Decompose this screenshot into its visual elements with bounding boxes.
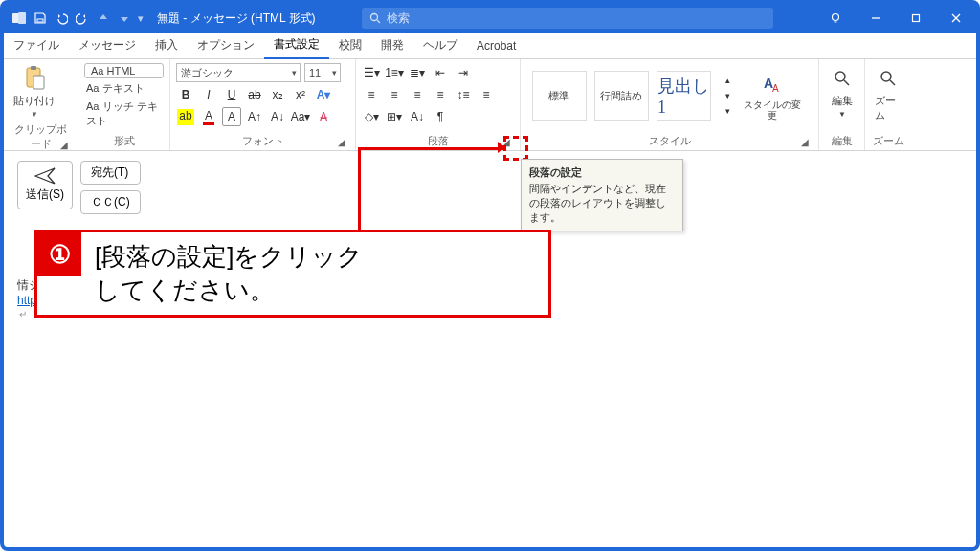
annotation-number: ① <box>37 232 81 276</box>
change-styles-button[interactable]: AA スタイルの変更 <box>738 69 807 122</box>
svg-rect-12 <box>31 66 36 70</box>
search-box[interactable]: 検索 <box>362 8 773 29</box>
tab-file[interactable]: ファイル <box>4 33 69 59</box>
svg-rect-13 <box>33 76 44 89</box>
show-marks-button[interactable]: ¶ <box>431 107 450 126</box>
align-left-button[interactable]: ≡ <box>362 85 381 104</box>
char-shading-button[interactable]: A <box>222 107 241 126</box>
highlight-button[interactable]: ab <box>176 107 195 126</box>
clipboard-launcher[interactable]: ◢ <box>58 139 70 150</box>
change-case-button[interactable]: Aa▾ <box>291 107 310 126</box>
styles-launcher[interactable]: ◢ <box>799 136 811 147</box>
paste-button[interactable]: 貼り付け ▼ <box>10 63 59 121</box>
distributed-button[interactable]: ≡ <box>477 85 496 104</box>
svg-rect-1 <box>18 12 26 24</box>
bold-button[interactable]: B <box>176 85 195 104</box>
tab-message[interactable]: メッセージ <box>69 33 145 59</box>
grow-font-button[interactable]: A↑ <box>245 107 264 126</box>
superscript-button[interactable]: x² <box>291 85 310 104</box>
clear-format-button[interactable]: A̶ <box>314 107 333 126</box>
justify-button[interactable]: ≡ <box>431 85 450 104</box>
send-icon <box>34 167 56 185</box>
line-spacing-button[interactable]: ↕≡ <box>454 85 473 104</box>
text-effects-button[interactable]: A▾ <box>314 85 333 104</box>
style-normal[interactable]: 標準 <box>532 71 587 121</box>
svg-rect-8 <box>913 15 920 22</box>
search-placeholder: 検索 <box>387 11 410 27</box>
zoom-icon <box>875 65 902 92</box>
style-heading1[interactable]: 見出し 1 <box>657 71 711 121</box>
maximize-button[interactable] <box>896 4 936 33</box>
svg-line-19 <box>890 80 895 85</box>
format-text-button[interactable]: Aa テキスト <box>84 80 164 97</box>
down-arrow-icon[interactable] <box>117 11 132 26</box>
sort-button[interactable]: A↓ <box>408 107 427 126</box>
gallery-more-icon[interactable]: ▾ <box>719 104 738 118</box>
font-launcher[interactable]: ◢ <box>336 136 347 147</box>
window-title: 無題 - メッセージ (HTML 形式) <box>157 11 316 27</box>
font-color-button[interactable]: A <box>199 107 218 126</box>
tab-acrobat[interactable]: Acrobat <box>467 33 525 59</box>
find-icon <box>829 65 856 92</box>
bullets-button[interactable]: ☰▾ <box>362 63 381 82</box>
numbering-button[interactable]: 1≡▾ <box>385 63 404 82</box>
font-size-select[interactable]: 11 <box>304 63 341 82</box>
multilevel-button[interactable]: ≣▾ <box>408 63 427 82</box>
tab-insert[interactable]: 挿入 <box>145 33 188 59</box>
qat-overflow[interactable]: ▾ <box>138 12 144 25</box>
align-right-button[interactable]: ≡ <box>408 85 427 104</box>
svg-text:A: A <box>772 83 779 94</box>
font-family-select[interactable]: 游ゴシック <box>176 63 301 82</box>
search-icon <box>369 12 381 24</box>
svg-rect-2 <box>37 19 43 22</box>
clipboard-icon <box>21 65 48 92</box>
format-rich-button[interactable]: Aa リッチ テキスト <box>84 99 164 129</box>
tab-options[interactable]: オプション <box>188 33 264 59</box>
underline-button[interactable]: U <box>222 85 241 104</box>
align-center-button[interactable]: ≡ <box>385 85 404 104</box>
ribbon: 貼り付け ▼ クリップボード◢ Aa HTML Aa テキスト Aa リッチ テ… <box>4 59 976 151</box>
style-nospace[interactable]: 行間詰め <box>594 71 649 121</box>
tab-developer[interactable]: 開発 <box>371 33 413 59</box>
inc-indent-button[interactable]: ⇥ <box>454 63 473 82</box>
up-arrow-icon[interactable] <box>96 11 111 26</box>
dec-indent-button[interactable]: ⇤ <box>431 63 450 82</box>
change-styles-icon: AA <box>759 71 786 98</box>
tab-format[interactable]: 書式設定 <box>264 33 329 59</box>
shrink-font-button[interactable]: A↓ <box>268 107 287 126</box>
cc-button[interactable]: ＣＣ(C) <box>80 190 141 214</box>
ribbon-tabs: ファイル メッセージ 挿入 オプション 書式設定 校閲 開発 ヘルプ Acrob… <box>4 33 976 59</box>
subscript-button[interactable]: x₂ <box>268 85 287 104</box>
callout-arrowhead <box>498 142 505 153</box>
title-bar: ▾ 無題 - メッセージ (HTML 形式) 検索 <box>4 4 976 33</box>
borders-button[interactable]: ⊞▾ <box>385 107 404 126</box>
zoom-button[interactable]: ズーム <box>871 63 905 124</box>
italic-button[interactable]: I <box>199 85 218 104</box>
highlight-marker <box>503 136 528 161</box>
editing-button[interactable]: 編集▼ <box>825 63 859 121</box>
callout-line <box>358 147 503 150</box>
svg-line-4 <box>377 20 380 23</box>
minimize-button[interactable] <box>856 4 896 33</box>
paragraph-tooltip: 段落の設定 間隔やインデントなど、現在の段落のレイアウトを調整します。 <box>521 159 683 231</box>
to-button[interactable]: 宛先(T) <box>80 161 141 185</box>
format-html-button[interactable]: Aa HTML <box>84 63 164 78</box>
svg-point-18 <box>881 72 891 81</box>
redo-icon[interactable] <box>75 11 90 26</box>
tab-help[interactable]: ヘルプ <box>413 33 467 59</box>
gallery-up-icon[interactable]: ▴ <box>719 74 738 87</box>
save-icon[interactable] <box>33 11 48 26</box>
close-button[interactable] <box>936 4 976 33</box>
chevron-down-icon: ▼ <box>31 110 38 119</box>
svg-point-5 <box>833 14 839 21</box>
gallery-down-icon[interactable]: ▾ <box>719 89 738 102</box>
help-lightbulb-icon[interactable] <box>815 4 856 33</box>
shading-button[interactable]: ◇▾ <box>362 107 381 126</box>
tab-review[interactable]: 校閲 <box>329 33 371 59</box>
undo-icon[interactable] <box>54 11 69 26</box>
svg-point-16 <box>835 72 845 81</box>
send-button[interactable]: 送信(S) <box>17 161 73 209</box>
strike-button[interactable]: ab <box>245 85 264 104</box>
svg-line-17 <box>844 80 849 85</box>
callout-line <box>358 147 361 231</box>
